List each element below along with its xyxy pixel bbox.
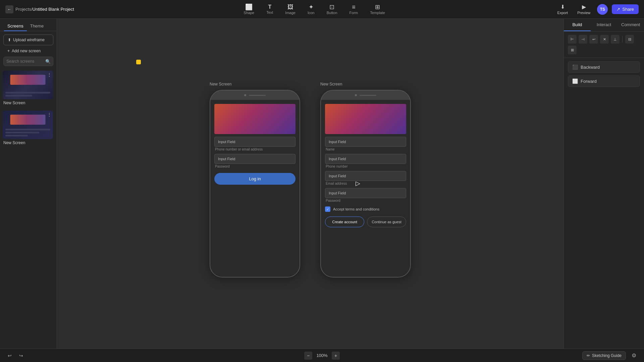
avatar[interactable]: TS [597, 4, 608, 15]
thumb-line [5, 132, 39, 133]
image-label: Image [285, 11, 296, 15]
right-panel: Build Interact Comment ⊢ ⊣ ↩ ✕ ⊥ ⊟ ⊞ ⬛ B… [564, 19, 644, 349]
terms-label: Accept terms and conditions [333, 207, 379, 211]
tool-text[interactable]: T Text [262, 2, 278, 16]
thumb-lines-1 [5, 92, 50, 97]
checkbox-row: ✓ Accept terms and conditions [325, 206, 406, 212]
screen-menu-button-2[interactable]: ⋮ [47, 112, 52, 117]
icon-icon: ✦ [309, 4, 314, 10]
phone-screen-2: Input Field Name Input Field Phone numbe… [321, 100, 410, 277]
upload-wireframe-button[interactable]: ⬆ Upload wireframe [3, 35, 53, 45]
align-right-btn[interactable]: ⊣ [579, 35, 587, 44]
order-btn[interactable]: ⊞ [568, 46, 577, 54]
add-screen-button[interactable]: + Add new screen [3, 47, 53, 55]
thumb-line [5, 95, 32, 97]
input-phone-email[interactable]: Input Field [214, 137, 296, 147]
tool-icon[interactable]: ✦ Icon [303, 2, 319, 17]
forward-icon: ⬜ [572, 78, 578, 84]
breadcrumb-text: Projects/Untitled Blank Project [15, 7, 74, 12]
backward-icon: ⬛ [572, 64, 578, 70]
distribute-btn[interactable]: ⊟ [625, 35, 634, 44]
canvas-area[interactable]: New Screen Input Field Phone number or e… [57, 19, 564, 349]
input-group-email: Input Field Email address [325, 171, 406, 185]
upload-label: Upload wireframe [13, 38, 45, 42]
backward-button[interactable]: ⬛ Backward [568, 61, 640, 73]
input-group-phone: Input Field Phone number [325, 154, 406, 168]
screen-thumbnail-2[interactable]: ⋮ [3, 111, 53, 139]
share-button[interactable]: ↗ Share [612, 4, 639, 14]
input-password-1-label: Password [214, 165, 296, 168]
layer-section: ⬛ Backward ⬜ Forward [564, 58, 644, 90]
breadcrumb-project[interactable]: Projects/ [15, 7, 33, 12]
settings-button[interactable]: ⚙ [629, 351, 639, 360]
input-phone-label: Phone number [325, 165, 406, 168]
add-icon: + [7, 49, 10, 53]
thumb-image-1 [10, 75, 46, 85]
zoom-controls: − 100% + [304, 352, 340, 360]
screen-list: ⋮ New Screen ⋮ New Screen [0, 68, 57, 349]
create-account-button[interactable]: Create account [325, 217, 364, 227]
screen2-hero-image [325, 104, 406, 134]
tool-form[interactable]: ≡ Form [345, 2, 363, 17]
login-button[interactable]: Log in [214, 173, 296, 185]
share-icon: ↗ [616, 7, 620, 12]
button-icon: ⊡ [329, 4, 334, 10]
tool-template[interactable]: ⊞ Template [365, 2, 390, 17]
tab-theme[interactable]: Theme [27, 21, 47, 31]
upload-icon: ⬆ [8, 38, 11, 42]
tab-interact[interactable]: Interact [591, 19, 618, 31]
tab-screens[interactable]: Screens [4, 21, 27, 31]
right-tabs: Build Interact Comment [564, 19, 644, 32]
screen-name-2: New Screen [3, 140, 54, 145]
delete-btn[interactable]: ✕ [600, 35, 609, 44]
add-screen-label: Add new screen [12, 49, 41, 53]
undo-btn[interactable]: ↩ [589, 35, 598, 44]
input-password-2[interactable]: Input Field [325, 188, 406, 198]
sketching-guide-button[interactable]: ✏ Sketching Guide [582, 351, 626, 360]
input-group-password1: Input Field Password [214, 154, 296, 168]
input-name-label: Name [325, 147, 406, 151]
screen-menu-button-1[interactable]: ⋮ [47, 72, 52, 77]
toolbar-right: ⬇ Export ▶ Preview TS ↗ Share [549, 2, 644, 16]
forward-button[interactable]: ⬜ Forward [568, 75, 640, 87]
preview-button[interactable]: ▶ Preview [575, 2, 593, 16]
zoom-in-button[interactable]: + [332, 352, 340, 360]
phone-mockup-2[interactable]: Input Field Name Input Field Phone numbe… [320, 90, 411, 278]
input-phone[interactable]: Input Field [325, 154, 406, 164]
input-group-phone-email: Input Field Phone number or email addres… [214, 137, 296, 151]
input-name[interactable]: Input Field [325, 137, 406, 147]
toolbar-divider [622, 36, 623, 43]
search-icon: 🔍 [45, 59, 51, 64]
back-button[interactable]: ← [5, 5, 13, 13]
yellow-indicator[interactable] [136, 60, 141, 64]
shape-icon: ⬜ [245, 4, 253, 10]
export-icon: ⬇ [560, 4, 565, 10]
continue-as-guest-button[interactable]: Continue as guest [367, 217, 406, 227]
right-toolbar: ⊢ ⊣ ↩ ✕ ⊥ ⊟ ⊞ [564, 32, 644, 58]
align-left-btn[interactable]: ⊢ [568, 35, 577, 44]
breadcrumb: ← Projects/Untitled Blank Project [0, 5, 79, 13]
align-bottom-btn[interactable]: ⊥ [611, 35, 620, 44]
thumb-lines-2 [5, 129, 50, 136]
input-phone-email-label: Phone number or email address [214, 147, 296, 151]
tab-comment[interactable]: Comment [617, 19, 644, 31]
undo-button[interactable]: ↩ [5, 351, 14, 360]
screen-thumbnail-1[interactable]: ⋮ [3, 71, 53, 99]
top-toolbar: ← Projects/Untitled Blank Project ⬜ Shap… [0, 0, 644, 19]
export-label: Export [557, 11, 568, 15]
terms-checkbox[interactable]: ✓ [325, 206, 330, 212]
zoom-out-button[interactable]: − [304, 352, 312, 360]
export-button[interactable]: ⬇ Export [554, 2, 571, 16]
input-email[interactable]: Input Field [325, 171, 406, 181]
tool-shape[interactable]: ⬜ Shape [239, 2, 259, 17]
input-group-password2: Input Field Password [325, 188, 406, 202]
tool-image[interactable]: 🖼 Image [280, 2, 300, 17]
input-password-1[interactable]: Input Field [214, 154, 296, 164]
tool-button[interactable]: ⊡ Button [322, 2, 342, 17]
phone-mockup-1[interactable]: Input Field Phone number or email addres… [210, 90, 300, 278]
redo-button[interactable]: ↪ [17, 351, 25, 360]
tab-build[interactable]: Build [564, 19, 591, 31]
action-buttons: Create account Continue as guest [325, 217, 406, 227]
form-icon: ≡ [352, 4, 356, 10]
shape-label: Shape [244, 11, 254, 15]
